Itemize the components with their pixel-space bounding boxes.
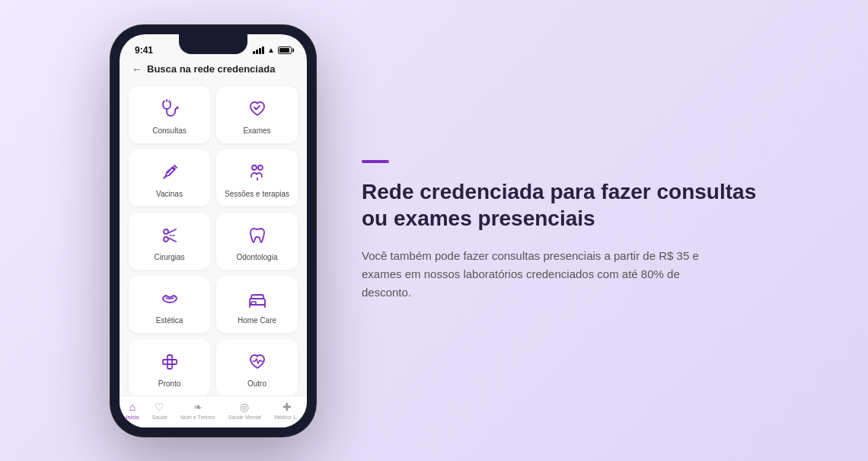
service-card-cirurgias[interactable]: Cirurgias xyxy=(129,213,210,270)
service-card-odontologia[interactable]: Odontologia xyxy=(216,213,298,270)
nav-item-saude[interactable]: ♡ Saúde xyxy=(152,401,168,420)
bottom-nav: ⌂ Início ♡ Saúde ❧ Nutri e Treinos ◎ Saú… xyxy=(120,395,307,427)
svg-point-4 xyxy=(252,165,257,170)
nav-label-nutri: Nutri e Treinos xyxy=(180,415,215,420)
phone-notch xyxy=(179,34,247,54)
tooth-icon xyxy=(245,223,270,248)
wifi-icon: ▲ xyxy=(267,46,275,54)
home-bed-icon xyxy=(245,287,270,311)
service-grid-container: Consultas Exames xyxy=(120,83,307,395)
phone-mockup: 9:41 ▲ ← Busca na rede credenciada xyxy=(110,25,316,437)
nav-item-nutri[interactable]: ❧ Nutri e Treinos xyxy=(180,401,215,420)
heart-check-icon xyxy=(245,97,270,121)
nav-label-inicio: Início xyxy=(126,415,139,420)
phone-screen: 9:41 ▲ ← Busca na rede credenciada xyxy=(120,34,307,427)
service-card-sessoes[interactable]: Sessões e terapias xyxy=(216,149,298,206)
service-label-estetica: Estética xyxy=(156,315,183,325)
cross-plus-icon xyxy=(158,350,182,374)
svg-rect-13 xyxy=(251,302,256,305)
service-label-vacinas: Vacinas xyxy=(156,189,183,199)
service-label-consultas: Consultas xyxy=(152,126,186,136)
nav-label-saude-mental: Saúde Mental xyxy=(228,415,261,420)
svg-point-5 xyxy=(258,165,263,170)
service-grid: Consultas Exames xyxy=(129,86,298,395)
status-time: 9:41 xyxy=(135,45,153,56)
doctor-nav-icon: ✚ xyxy=(282,401,292,413)
service-card-outro[interactable]: Outro xyxy=(216,339,298,395)
nav-label-saude: Saúde xyxy=(152,415,168,420)
svg-point-0 xyxy=(176,106,178,108)
nav-item-inicio[interactable]: ⌂ Início xyxy=(126,401,139,420)
scissors-icon xyxy=(158,223,182,248)
therapy-icon xyxy=(245,160,270,184)
service-label-sessoes: Sessões e terapias xyxy=(225,189,289,199)
battery-icon xyxy=(278,46,292,54)
content-title: Rede credenciada para fazer consultas ou… xyxy=(362,178,758,232)
nav-item-saude-mental[interactable]: ◎ Saúde Mental xyxy=(228,401,261,420)
header-title: Busca na rede credenciada xyxy=(147,63,275,75)
svg-line-9 xyxy=(168,229,176,233)
home-nav-icon: ⌂ xyxy=(129,401,136,413)
stethoscope-icon xyxy=(158,97,182,121)
service-card-consultas[interactable]: Consultas xyxy=(129,86,210,143)
page-container: 9:41 ▲ ← Busca na rede credenciada xyxy=(0,25,868,437)
svg-rect-17 xyxy=(163,360,177,364)
signal-bars-icon xyxy=(253,46,264,54)
heart-nav-icon: ♡ xyxy=(155,401,164,413)
lips-icon xyxy=(158,287,182,311)
service-card-vacinas[interactable]: Vacinas xyxy=(129,149,210,206)
service-label-outro: Outro xyxy=(247,379,266,389)
brain-nav-icon: ◎ xyxy=(240,401,249,413)
service-label-cirurgias: Cirurgias xyxy=(154,252,184,262)
service-label-home-care: Home Care xyxy=(238,315,276,325)
service-card-home-care[interactable]: Home Care xyxy=(216,276,298,333)
status-icons: ▲ xyxy=(253,46,292,54)
svg-rect-16 xyxy=(168,355,172,369)
service-card-exames[interactable]: Exames xyxy=(216,86,298,143)
app-header: ← Busca na rede credenciada xyxy=(120,59,307,83)
service-label-odontologia: Odontologia xyxy=(237,252,278,262)
nav-item-medico[interactable]: ✚ Médico 1... xyxy=(274,401,300,420)
content-description: Você também pode fazer consultas presenc… xyxy=(362,247,727,302)
accent-bar xyxy=(362,160,389,163)
content-panel: Rede credenciada para fazer consultas ou… xyxy=(362,160,758,302)
service-label-pronto: Pronto xyxy=(158,379,180,389)
svg-line-10 xyxy=(168,238,176,242)
nav-label-medico: Médico 1... xyxy=(274,415,300,420)
syringe-icon xyxy=(158,160,182,184)
service-card-estetica[interactable]: Estética xyxy=(129,276,210,333)
service-card-pronto[interactable]: Pronto xyxy=(129,339,210,395)
service-label-exames: Exames xyxy=(243,126,270,136)
leaf-nav-icon: ❧ xyxy=(193,401,203,413)
heart-pulse-icon xyxy=(245,350,270,374)
back-button[interactable]: ← xyxy=(132,63,142,75)
